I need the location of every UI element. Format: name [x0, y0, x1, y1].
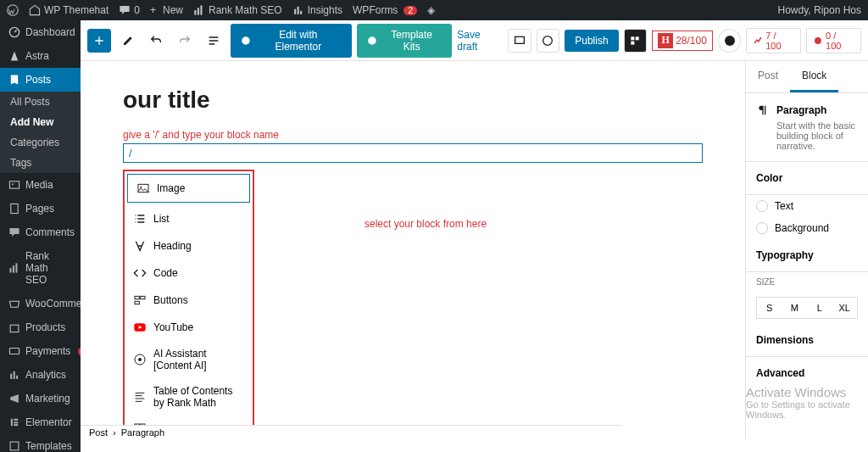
svg-rect-1: [194, 10, 196, 15]
svg-rect-8: [9, 181, 19, 188]
svg-rect-17: [14, 371, 15, 379]
svg-rect-2: [198, 8, 199, 14]
site-name[interactable]: WP Themehat: [29, 4, 108, 16]
crumb-paragraph[interactable]: Paragraph: [121, 427, 164, 438]
sidebar-products[interactable]: Products: [0, 315, 81, 339]
svg-rect-21: [14, 421, 18, 423]
astra-icon[interactable]: [718, 29, 742, 53]
main-area: Edit with Elementor Template Kits Save d…: [81, 20, 868, 452]
admin-sidebar: Dashboard Astra Posts All Posts Add New …: [0, 20, 81, 452]
color-background[interactable]: Background: [746, 217, 868, 239]
block-list[interactable]: List: [125, 205, 253, 232]
svg-point-38: [815, 37, 821, 44]
block-heading[interactable]: Heading: [125, 232, 253, 259]
svg-rect-6: [300, 11, 302, 14]
svg-rect-19: [11, 419, 13, 426]
dimensions-section[interactable]: Dimensions: [746, 324, 868, 357]
sidebar-templates[interactable]: Templates: [0, 434, 81, 452]
svg-rect-41: [135, 296, 139, 299]
seo-score-1[interactable]: 7 / 100: [746, 28, 801, 53]
sidebar-add-new[interactable]: Add New: [0, 112, 81, 132]
windows-watermark: Activate Windows Go to Settings to activ…: [746, 385, 861, 420]
sidebar-all-posts[interactable]: All Posts: [0, 92, 81, 112]
svg-rect-5: [297, 7, 298, 14]
svg-rect-18: [16, 376, 18, 379]
svg-rect-16: [10, 374, 12, 379]
undo-button[interactable]: [145, 29, 169, 53]
seo-score-2[interactable]: 0 / 100: [806, 28, 861, 53]
color-text[interactable]: Text: [746, 195, 868, 217]
sidebar-tags[interactable]: Tags: [0, 153, 81, 173]
svg-rect-22: [14, 424, 18, 426]
sidebar-pages[interactable]: Pages: [0, 197, 81, 220]
sidebar-media[interactable]: Media: [0, 173, 81, 197]
size-xl[interactable]: XL: [832, 298, 858, 318]
redo-button[interactable]: [173, 29, 197, 53]
yoast-button[interactable]: [537, 29, 560, 53]
editor-topbar: Edit with Elementor Template Kits Save d…: [81, 20, 868, 61]
svg-point-33: [543, 36, 553, 45]
tab-block[interactable]: Block: [790, 61, 838, 92]
preview-button[interactable]: [508, 29, 531, 53]
hemingway-score[interactable]: H28/100: [652, 31, 713, 51]
sidebar-woo[interactable]: WooCommerce: [0, 292, 81, 315]
block-toc-rankmath[interactable]: Table of Contents by Rank Math: [125, 378, 253, 416]
paragraph-icon: [756, 103, 770, 117]
sidebar-posts[interactable]: Posts: [0, 68, 81, 92]
color-section[interactable]: Color: [746, 162, 868, 195]
admin-bar: WP Themehat 0 +New Rank Math SEO Insight…: [0, 0, 868, 20]
sidebar-comments[interactable]: Comments: [0, 220, 81, 244]
edit-elementor-button[interactable]: Edit with Elementor: [231, 24, 352, 58]
chevron-right-icon: ›: [113, 427, 116, 438]
sidebar-elementor[interactable]: Elementor: [0, 410, 81, 434]
block-image[interactable]: Image: [127, 174, 250, 203]
sidebar-astra[interactable]: Astra: [0, 44, 81, 68]
typography-section[interactable]: Typography: [746, 239, 868, 272]
size-m[interactable]: M: [782, 298, 808, 318]
settings-toggle[interactable]: [624, 29, 648, 53]
sidebar-categories[interactable]: Categories: [0, 132, 81, 153]
svg-rect-32: [515, 36, 525, 43]
block-buttons[interactable]: Buttons: [125, 287, 253, 314]
wpforms-bar[interactable]: WPForms2: [353, 4, 417, 16]
save-draft-link[interactable]: Save draft: [457, 29, 503, 53]
post-title[interactable]: our title: [123, 86, 703, 114]
crumb-post[interactable]: Post: [89, 427, 108, 438]
rankmath-bar[interactable]: Rank Math SEO: [193, 4, 282, 16]
sidebar-marketing[interactable]: Marketing: [0, 387, 81, 410]
svg-point-30: [242, 36, 250, 45]
sidebar-payments[interactable]: Payments1: [0, 339, 81, 363]
howdy[interactable]: Howdy, Ripon Hos: [778, 4, 861, 16]
comments-count[interactable]: 0: [119, 4, 140, 16]
svg-rect-20: [14, 419, 18, 421]
size-picker: S M L XL: [756, 297, 858, 319]
add-block-button[interactable]: [87, 29, 111, 53]
svg-rect-23: [10, 442, 19, 450]
sidebar-rankmath[interactable]: Rank Math SEO: [0, 244, 81, 292]
size-s[interactable]: S: [757, 298, 782, 318]
new-content[interactable]: +New: [150, 4, 183, 16]
breadcrumb-footer: Post › Paragraph: [81, 425, 622, 438]
size-l[interactable]: L: [807, 298, 832, 318]
svg-rect-12: [13, 265, 14, 272]
svg-rect-34: [632, 36, 635, 40]
tab-post[interactable]: Post: [746, 61, 790, 92]
outline-button[interactable]: [202, 29, 225, 53]
svg-rect-42: [141, 296, 145, 299]
sidebar-dashboard[interactable]: Dashboard: [0, 20, 81, 44]
svg-point-31: [368, 36, 376, 45]
edit-mode-icon[interactable]: [116, 29, 140, 53]
template-kits-button[interactable]: Template Kits: [357, 24, 452, 58]
block-code[interactable]: Code: [125, 259, 253, 287]
block-search-input[interactable]: /: [123, 143, 703, 163]
sidebar-analytics[interactable]: Analytics: [0, 363, 81, 387]
block-ai-assistant[interactable]: AI Assistant [Content AI]: [125, 341, 253, 378]
svg-point-46: [138, 358, 142, 361]
block-youtube[interactable]: YouTube: [125, 314, 253, 341]
publish-button[interactable]: Publish: [565, 30, 618, 52]
wp-logo[interactable]: [7, 4, 19, 16]
diamond-icon[interactable]: ◈: [427, 4, 435, 16]
svg-rect-35: [636, 36, 639, 40]
insights-bar[interactable]: Insights: [292, 4, 342, 16]
block-type-name: Paragraph: [776, 104, 826, 116]
